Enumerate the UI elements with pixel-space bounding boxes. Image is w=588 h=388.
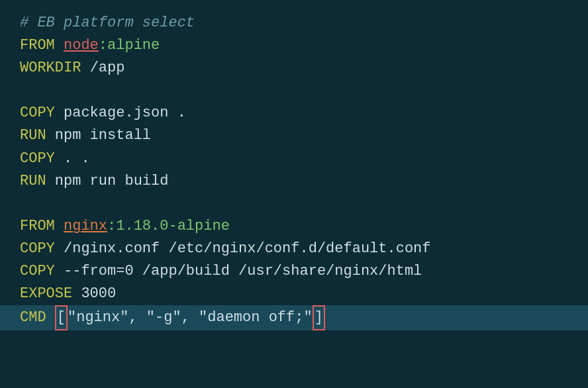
copy1-args: package.json . <box>64 102 186 124</box>
line-workdir: WORKDIR /app <box>20 57 568 79</box>
keyword-cmd: CMD <box>20 307 55 329</box>
keyword-copy4: COPY <box>20 260 64 283</box>
code-editor: # EB platform select FROM node:alpine WO… <box>0 0 588 388</box>
line-copy1: COPY package.json . <box>20 102 568 124</box>
copy3-args: /nginx.conf /etc/nginx/conf.d/default.co… <box>64 238 431 260</box>
line-run2: RUN npm run build <box>20 170 568 193</box>
copy4-args: --from=0 /app/build /usr/share/nginx/htm… <box>64 260 422 283</box>
empty-line-2 <box>20 193 568 215</box>
workdir-path: /app <box>90 57 125 79</box>
expose-port: 3000 <box>81 283 116 305</box>
line-copy4: COPY --from=0 /app/build /usr/share/ngin… <box>20 260 568 283</box>
line-expose: EXPOSE 3000 <box>20 283 568 305</box>
empty-line-1 <box>20 79 568 102</box>
keyword-copy3: COPY <box>20 238 64 260</box>
keyword-workdir: WORKDIR <box>20 57 90 79</box>
keyword-copy2: COPY <box>20 148 64 170</box>
cmd-args: "nginx", "-g", "daemon off;" <box>68 307 313 329</box>
cmd-bracket-close: ] <box>313 305 325 330</box>
copy2-args: . . <box>64 148 90 170</box>
line-from-nginx: FROM nginx:1.18.0-alpine <box>20 215 568 238</box>
line-cmd: CMD ["nginx", "-g", "daemon off;"] <box>0 305 588 330</box>
line-comment: # EB platform select <box>20 12 568 34</box>
line-run1: RUN npm install <box>20 124 568 147</box>
keyword-expose: EXPOSE <box>20 283 81 305</box>
line-copy3: COPY /nginx.conf /etc/nginx/conf.d/defau… <box>20 238 568 260</box>
keyword-run2: RUN <box>20 170 55 193</box>
link-node[interactable]: node <box>64 34 99 57</box>
keyword-run1: RUN <box>20 124 55 147</box>
comment-text: # EB platform select <box>20 12 195 34</box>
line-from-node: FROM node:alpine <box>20 34 568 57</box>
nginx-tag: :1.18.0-alpine <box>107 215 230 238</box>
line-copy2: COPY . . <box>20 148 568 170</box>
run1-args: npm install <box>55 124 151 147</box>
keyword-copy1: COPY <box>20 102 64 124</box>
keyword-from2: FROM <box>20 215 64 238</box>
link-nginx[interactable]: nginx <box>64 215 107 238</box>
cmd-bracket-open: [ <box>55 305 68 330</box>
run2-args: npm run build <box>55 170 169 193</box>
node-tag: :alpine <box>99 34 160 57</box>
keyword-from: FROM <box>20 34 64 57</box>
